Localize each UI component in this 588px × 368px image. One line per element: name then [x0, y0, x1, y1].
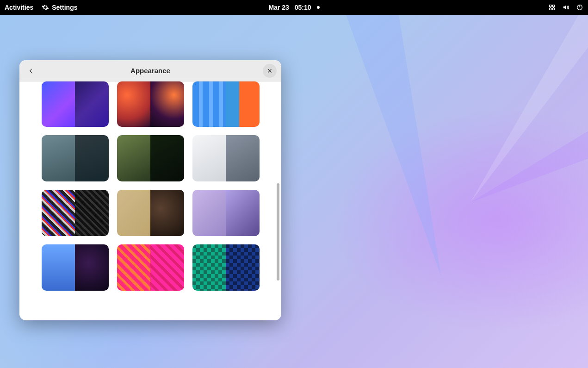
wallpaper-option[interactable]: [42, 81, 109, 127]
wallpaper-grid: [33, 81, 267, 291]
panel-date: Mar 23: [268, 4, 289, 11]
appearance-content: [19, 81, 281, 320]
app-menu-label: Settings: [52, 4, 77, 11]
top-panel: Activities Settings Mar 23 05:10: [0, 0, 588, 15]
app-menu-settings[interactable]: Settings: [42, 4, 77, 11]
gear-icon: [42, 4, 49, 11]
notification-dot-icon: [317, 6, 320, 9]
window-title: Appearance: [130, 67, 170, 75]
wallpaper-option[interactable]: [192, 244, 260, 291]
close-icon: [266, 68, 273, 74]
wallpaper-option[interactable]: [117, 81, 184, 127]
window-titlebar: Appearance: [19, 60, 281, 81]
back-button[interactable]: [24, 64, 38, 78]
chevron-left-icon: [28, 68, 34, 74]
clock-area[interactable]: Mar 23 05:10: [268, 4, 319, 11]
wallpaper-option[interactable]: [42, 190, 109, 236]
wallpaper-option[interactable]: [192, 81, 260, 127]
wallpaper-option[interactable]: [192, 190, 260, 236]
panel-time: 05:10: [295, 4, 311, 11]
scrollbar-thumb[interactable]: [277, 183, 279, 281]
wallpaper-option[interactable]: [117, 135, 184, 181]
close-button[interactable]: [263, 64, 277, 78]
settings-window: Appearance: [19, 60, 281, 320]
power-icon: [576, 4, 583, 11]
wallpaper-option[interactable]: [42, 244, 109, 291]
wallpaper-option[interactable]: [192, 135, 260, 181]
network-icon: [548, 4, 556, 11]
volume-icon: [562, 4, 569, 11]
wallpaper-option[interactable]: [117, 190, 184, 236]
wallpaper-option[interactable]: [42, 135, 109, 181]
desktop-background: Activities Settings Mar 23 05:10 Appeara…: [0, 0, 588, 368]
wallpaper-option[interactable]: [117, 244, 184, 291]
activities-button[interactable]: Activities: [5, 4, 33, 11]
system-status-area[interactable]: [548, 4, 583, 11]
scrollbar[interactable]: [277, 81, 279, 320]
